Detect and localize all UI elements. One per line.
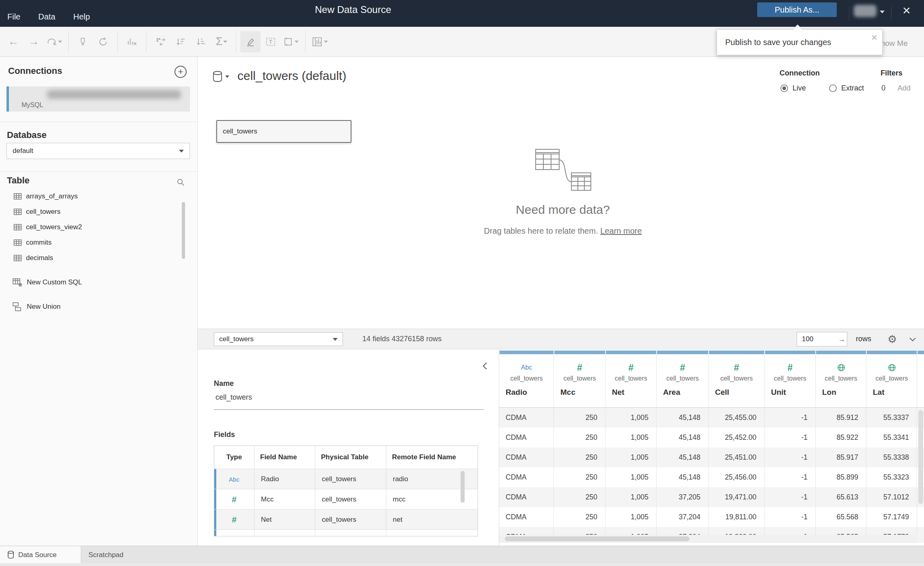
globe-type-icon (837, 363, 846, 372)
field-row-Mcc[interactable]: #Mcccell_towersmcc (214, 489, 478, 510)
gear-icon[interactable]: ⚙ (887, 333, 897, 346)
menu-help[interactable]: Help (73, 12, 90, 22)
user-avatar[interactable] (854, 5, 877, 17)
connections-header: Connections (8, 66, 62, 76)
table-list-item-label: decimals (26, 254, 53, 262)
collapse-metadata-chevron-icon[interactable] (482, 362, 488, 370)
live-label[interactable]: Live (793, 84, 806, 93)
database-cylinder-icon[interactable] (212, 71, 223, 83)
field-name-cell: Mcc (254, 489, 315, 510)
preview-table-select-value: cell_towers (219, 335, 254, 343)
show-me-chart-icon[interactable] (310, 31, 330, 52)
search-icon[interactable] (176, 178, 185, 187)
table-header: Table (7, 175, 30, 186)
table-list-item-decimals[interactable]: decimals (0, 250, 197, 266)
table-list-item-cell_towers_view2[interactable]: cell_towers_view2 (0, 220, 197, 235)
new-custom-sql[interactable]: New Custom SQL (12, 278, 82, 287)
column-header-Mcc[interactable]: #cell_towersMcc (554, 350, 605, 408)
menu-file[interactable]: File (7, 12, 20, 22)
swap-rows-columns-icon[interactable] (151, 31, 171, 52)
need-more-data-title: Need more data? (482, 203, 644, 217)
grid-cell: 250 (554, 487, 605, 507)
connection-name-redacted (47, 90, 181, 99)
tooltip-close-icon[interactable]: × (871, 31, 877, 44)
collapse-preview-chevron-icon[interactable] (909, 336, 917, 342)
datasource-menu-caret-icon[interactable] (225, 75, 229, 78)
refresh-data-icon[interactable] (93, 31, 113, 52)
text-label-icon[interactable] (261, 31, 281, 52)
apply-row-count-icon[interactable]: → (838, 335, 845, 344)
column-field-label: Area (663, 388, 680, 397)
column-header-Area[interactable]: #cell_towersArea (657, 350, 709, 408)
grid-cell: 55.3323 (866, 467, 917, 487)
extract-label[interactable]: Extract (841, 84, 864, 93)
grid-horizontal-scrollbar-thumb[interactable] (505, 536, 689, 541)
user-menu-caret-icon[interactable] (880, 11, 885, 13)
grid-cell: -1 (765, 408, 816, 428)
column-header-Unit[interactable]: #cell_towersUnit (765, 350, 816, 408)
filters-label: Filters (881, 69, 902, 77)
physical-table-cell: cell_towers (315, 489, 386, 510)
column-header-strip (867, 351, 917, 354)
filters-add-button[interactable]: Add (898, 84, 911, 93)
connection-item[interactable]: MySQL (6, 86, 190, 112)
table-list-item-arrays_of_arrays[interactable]: arrays_of_arrays (0, 189, 197, 204)
totals-icon[interactable]: Σ (211, 31, 232, 52)
sort-descending-icon[interactable] (191, 31, 211, 52)
redo-icon[interactable] (44, 31, 64, 52)
field-row-Net[interactable]: #Netcell_towersnet (214, 509, 478, 530)
pause-updates-icon[interactable] (73, 31, 93, 52)
column-header-Cell[interactable]: #cell_towersCell (709, 350, 765, 408)
publish-as-button[interactable]: Publish As... (757, 2, 837, 17)
grid-cell: 85.899 (816, 467, 866, 487)
grid-vertical-scrollbar[interactable] (918, 410, 923, 504)
preview-toolbar: cell_towers 14 fields 43276158 rows → ro… (198, 329, 924, 349)
number-type-icon: # (788, 362, 793, 373)
filters-count: 0 (881, 84, 885, 93)
dropdown-caret-icon (223, 41, 227, 43)
column-header-Lat[interactable]: cell_towersLat (866, 350, 917, 408)
name-input[interactable]: cell_towers (215, 393, 252, 402)
sort-ascending-icon[interactable] (171, 31, 191, 52)
grid-cell: 19,471.00 (709, 487, 765, 507)
fields-table-scrollbar[interactable] (461, 471, 465, 503)
number-type-icon: # (734, 362, 739, 373)
tab-data-source[interactable]: Data Source (0, 546, 81, 564)
column-header-strip (606, 351, 656, 354)
tab-scratchpad[interactable]: Scratchpad (88, 546, 123, 564)
new-union[interactable]: New Union (12, 302, 60, 312)
back-icon[interactable]: ← (3, 31, 24, 52)
grid-cell: 85.917 (816, 448, 866, 467)
grid-cell: 25,455.00 (709, 408, 765, 428)
fields-column-header: Field Name (254, 446, 315, 469)
table-node-cell-towers[interactable]: cell_towers (216, 120, 351, 143)
fields-label: Fields (214, 430, 235, 439)
menu-data[interactable]: Data (38, 12, 55, 22)
close-window-icon[interactable]: × (902, 3, 911, 17)
column-header-Radio[interactable]: Abccell_towersRadio (499, 350, 554, 408)
extract-radio[interactable] (829, 84, 837, 92)
table-list: arrays_of_arrays cell_towers cell_towers… (0, 189, 197, 266)
table-list-item-cell_towers[interactable]: cell_towers (0, 204, 197, 220)
table-list-item-commits[interactable]: commits (0, 235, 197, 250)
live-radio[interactable] (780, 84, 788, 92)
forward-icon[interactable]: → (24, 31, 44, 52)
highlight-icon[interactable] (240, 31, 261, 52)
field-row-Radio[interactable]: AbcRadiocell_towersradio (214, 469, 478, 489)
database-select[interactable]: default (6, 143, 190, 159)
grid-cell: CDMA (499, 428, 554, 448)
table-list-scrollbar[interactable] (182, 202, 185, 259)
new-union-label: New Union (27, 303, 60, 311)
column-header-partial[interactable] (917, 350, 924, 408)
clear-sheet-icon[interactable] (122, 31, 142, 52)
column-header-Lon[interactable]: cell_towersLon (816, 350, 866, 408)
number-type-icon: # (232, 515, 237, 525)
fit-frame-icon[interactable] (281, 31, 301, 52)
learn-more-link[interactable]: Learn more (600, 226, 642, 235)
column-field-label: Mcc (560, 388, 575, 397)
column-header-Net[interactable]: #cell_towersNet (605, 350, 657, 408)
add-connection-icon[interactable]: + (174, 66, 187, 78)
grid-horizontal-scrollbar[interactable] (499, 535, 918, 543)
preview-table-select[interactable]: cell_towers (214, 332, 343, 346)
tab-data-source-label: Data Source (18, 551, 57, 559)
